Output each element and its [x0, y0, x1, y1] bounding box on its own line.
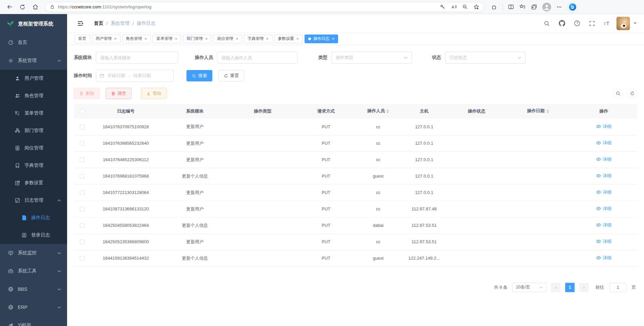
type-select[interactable]: 操作类型	[331, 52, 412, 64]
eye-icon	[596, 239, 601, 244]
date-range-picker[interactable]: 开始日期 - 结束日期	[96, 70, 174, 82]
sidebar-item-erp[interactable]: ERP	[0, 298, 67, 316]
sidebar-item-oper-log[interactable]: 操作日志	[0, 209, 67, 226]
sidebar-item-dept-mgmt[interactable]: 部门管理	[0, 122, 67, 139]
app-logo[interactable]: 意框架管理系统	[0, 14, 67, 34]
detail-link[interactable]: 详细	[596, 156, 611, 162]
close-icon[interactable]: ×	[145, 37, 147, 41]
detail-link[interactable]: 详细	[596, 206, 611, 212]
close-icon[interactable]: ×	[235, 37, 238, 41]
current-page[interactable]: 1	[565, 283, 575, 292]
header-search-button[interactable]	[541, 18, 552, 29]
breadcrumb-home[interactable]: 首页	[94, 20, 103, 26]
row-checkbox[interactable]	[80, 125, 85, 129]
row-checkbox[interactable]	[80, 240, 85, 244]
browser-refresh-button[interactable]	[17, 1, 28, 13]
zoom-out-icon[interactable]	[462, 4, 468, 10]
detail-link[interactable]: 详细	[596, 255, 611, 261]
sidebar-item-menu-mgmt[interactable]: 菜单管理	[0, 105, 67, 122]
browser-profile-avatar[interactable]	[542, 3, 551, 11]
sidebar-item-post-mgmt[interactable]: 岗位管理	[0, 139, 67, 157]
tab-dept-mgmt[interactable]: 部门管理×	[183, 35, 212, 43]
close-icon[interactable]: ×	[114, 37, 117, 41]
help-button[interactable]: ?	[571, 18, 583, 29]
address-bar[interactable]: https://ccnetcore.com:1101/system/log/op…	[45, 2, 484, 12]
split-screen-icon[interactable]	[508, 4, 514, 10]
sort-caret[interactable]	[546, 108, 549, 115]
sidebar-item-param-settings[interactable]: 参数设置	[0, 174, 67, 192]
prev-page-button[interactable]: ‹	[551, 283, 560, 292]
detail-link[interactable]: 详细	[596, 189, 611, 195]
read-aloud-icon[interactable]: A	[451, 4, 457, 10]
browser-back-button[interactable]	[4, 1, 15, 13]
fullscreen-button[interactable]	[586, 18, 598, 29]
sort-caret[interactable]	[386, 108, 389, 115]
table-refresh-button[interactable]	[627, 88, 637, 99]
row-checkbox[interactable]	[80, 223, 85, 228]
close-icon[interactable]: ×	[205, 37, 208, 41]
operator-input[interactable]	[217, 52, 298, 64]
row-checkbox[interactable]	[80, 141, 85, 146]
chevron-down-icon[interactable]	[634, 22, 637, 24]
tab-post-mgmt[interactable]: 岗位管理×	[213, 35, 242, 43]
close-icon[interactable]: ×	[332, 37, 334, 41]
more-menu-icon[interactable]	[556, 4, 562, 10]
close-icon[interactable]: ×	[266, 37, 269, 41]
sidebar-item-system-tools[interactable]: 系统工具	[0, 262, 67, 280]
tab-role-mgmt[interactable]: 角色管理×	[122, 35, 151, 43]
page-size-select[interactable]: 10条/页	[512, 283, 546, 292]
select-all-checkbox[interactable]	[80, 109, 85, 114]
close-icon[interactable]: ×	[175, 37, 177, 41]
tab-oper-log-active[interactable]: 操作日志×	[305, 35, 338, 43]
status-select[interactable]: 日志状态	[445, 52, 526, 64]
sidebar-item-bbs[interactable]: BBS	[0, 280, 67, 298]
goto-page-input[interactable]	[609, 283, 626, 292]
favorites-icon[interactable]	[519, 4, 526, 10]
table-search-toggle-button[interactable]	[613, 88, 623, 99]
next-page-button[interactable]: ›	[579, 283, 589, 292]
sidebar-item-system-mgmt[interactable]: 系统管理	[0, 52, 67, 70]
row-checkbox[interactable]	[80, 207, 85, 211]
sidebar-item-dict-mgmt[interactable]: 字典管理	[0, 157, 67, 174]
detail-link[interactable]: 详细	[596, 222, 611, 228]
export-button[interactable]: 导出	[141, 88, 167, 99]
sidebar-item-system-monitor[interactable]: 系统监控	[0, 244, 67, 262]
clear-button[interactable]: 清空	[106, 88, 131, 99]
tab-user-mgmt[interactable]: 用户管理×	[92, 35, 120, 43]
detail-link[interactable]: 详细	[596, 124, 611, 130]
detail-link[interactable]: 详细	[596, 173, 611, 179]
sidebar-item-yi-framework[interactable]: Yi框架	[0, 316, 67, 326]
row-checkbox[interactable]	[80, 256, 85, 261]
browser-home-button[interactable]	[30, 1, 41, 13]
extensions-icon[interactable]	[491, 4, 497, 10]
font-size-button[interactable]: TT	[601, 18, 613, 29]
delete-button[interactable]: 删除	[74, 88, 100, 99]
password-key-icon[interactable]	[440, 4, 445, 10]
reset-button[interactable]: 重置	[218, 70, 244, 81]
github-link[interactable]	[556, 18, 568, 29]
close-icon[interactable]: ×	[297, 37, 299, 41]
module-input[interactable]	[96, 52, 178, 64]
tab-dict-mgmt[interactable]: 字典管理×	[244, 35, 272, 43]
sidebar-collapse-button[interactable]	[74, 18, 86, 29]
row-checkbox[interactable]	[80, 157, 85, 162]
row-checkbox[interactable]	[80, 174, 85, 179]
sidebar-item-user-mgmt[interactable]: 用户管理	[0, 70, 67, 87]
chevron-down-icon	[57, 288, 61, 290]
sidebar-item-log-mgmt[interactable]: 日志管理	[0, 192, 67, 209]
copilot-bing-icon[interactable]: b	[567, 2, 578, 12]
add-favorite-icon[interactable]	[473, 4, 479, 10]
sidebar-item-home[interactable]: 首页	[0, 34, 67, 52]
avatar[interactable]	[616, 17, 630, 30]
collections-icon[interactable]	[531, 4, 537, 10]
tab-home[interactable]: 首页	[74, 35, 90, 43]
sidebar-item-login-log[interactable]: 登录日志	[0, 226, 67, 244]
search-button[interactable]: 搜索	[186, 70, 212, 81]
cell-op-type	[229, 234, 297, 250]
detail-link[interactable]: 详细	[596, 239, 611, 245]
tab-param-settings[interactable]: 参数设置×	[274, 35, 303, 43]
row-checkbox[interactable]	[80, 190, 85, 195]
detail-link[interactable]: 详细	[596, 140, 611, 146]
sidebar-item-role-mgmt[interactable]: 角色管理	[0, 87, 67, 105]
tab-menu-mgmt[interactable]: 菜单管理×	[153, 35, 181, 43]
